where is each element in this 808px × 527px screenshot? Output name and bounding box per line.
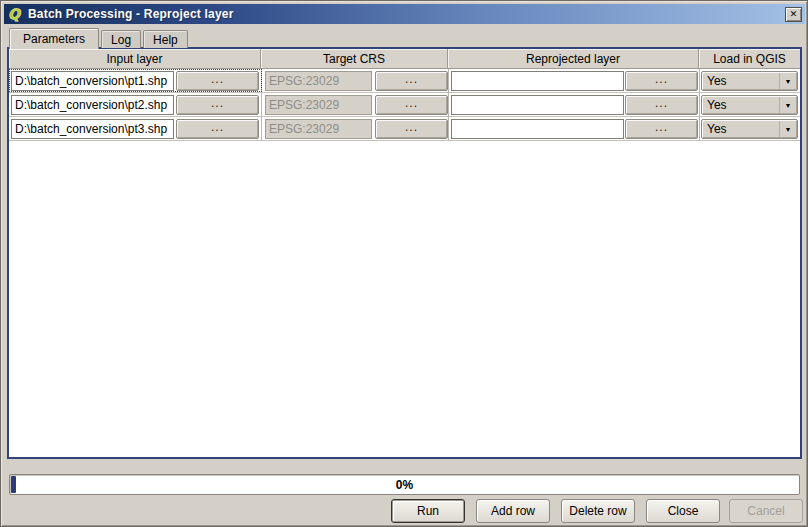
tab-log-label: Log [111,33,131,47]
input-layer-field-1[interactable] [11,71,174,91]
reprojected-layer-field-3[interactable] [451,119,624,139]
load-in-qgis-value-2: Yes [707,98,727,112]
reprojected-layer-browse-button-2[interactable]: ... [625,95,698,115]
progress-label: 0% [10,475,799,494]
cancel-button[interactable]: Cancel [729,499,803,523]
load-in-qgis-select-3[interactable]: Yes ▼ [701,119,798,139]
dialog-window: Q Batch Processing - Reproject layer ✕ P… [0,0,808,527]
titlebar: Q Batch Processing - Reproject layer ✕ [4,4,805,24]
close-button[interactable]: ✕ [785,7,802,22]
tab-log[interactable]: Log [101,30,141,48]
tab-help-label: Help [153,33,178,47]
table-rows: ... ... ... Yes ▼ ... ... ... Yes [9,69,800,141]
tab-parameters[interactable]: Parameters [9,28,99,49]
delete-row-button[interactable]: Delete row [561,499,635,523]
input-layer-field-3[interactable] [11,119,174,139]
add-row-button[interactable]: Add row [476,499,550,523]
chevron-down-icon: ▼ [779,73,796,89]
reprojected-layer-browse-button-1[interactable]: ... [625,71,698,91]
load-in-qgis-value-3: Yes [707,122,727,136]
load-in-qgis-select-1[interactable]: Yes ▼ [701,71,798,91]
input-layer-field-2[interactable] [11,95,174,115]
column-separator [261,69,262,141]
tab-help[interactable]: Help [143,30,188,48]
table-row: ... ... ... Yes ▼ [9,93,800,117]
column-header-input-layer: Input layer [9,49,261,69]
input-layer-browse-button-2[interactable]: ... [176,95,259,115]
close-dialog-button[interactable]: Close [646,499,720,523]
run-button[interactable]: Run [391,499,465,523]
load-in-qgis-value-1: Yes [707,74,727,88]
chevron-down-icon: ▼ [779,121,796,137]
window-title: Batch Processing - Reproject layer [28,7,234,21]
table-header-row: Input layer Target CRS Reprojected layer… [9,49,800,69]
chevron-down-icon: ▼ [779,97,796,113]
progress-bar: 0% [9,474,800,495]
load-in-qgis-select-2[interactable]: Yes ▼ [701,95,798,115]
column-separator [448,69,449,141]
target-crs-field-2[interactable] [265,95,372,115]
target-crs-browse-button-3[interactable]: ... [375,119,448,139]
target-crs-field-3[interactable] [265,119,372,139]
target-crs-field-1[interactable] [265,71,372,91]
target-crs-browse-button-2[interactable]: ... [375,95,448,115]
input-layer-browse-button-3[interactable]: ... [176,119,259,139]
table-row: ... ... ... Yes ▼ [9,117,800,141]
column-header-load-in-qgis: Load in QGIS [699,49,800,69]
reprojected-layer-field-2[interactable] [451,95,624,115]
column-separator [699,69,700,141]
target-crs-browse-button-1[interactable]: ... [375,71,448,91]
reprojected-layer-browse-button-3[interactable]: ... [625,119,698,139]
reprojected-layer-field-1[interactable] [451,71,624,91]
qgis-app-icon: Q [7,6,23,22]
column-header-target-crs: Target CRS [261,49,448,69]
svg-text:Q: Q [8,6,22,22]
tab-bar: Parameters Log Help [9,27,190,48]
batch-table: Input layer Target CRS Reprojected layer… [7,47,802,459]
table-row: ... ... ... Yes ▼ [9,69,800,93]
column-header-reprojected-layer: Reprojected layer [448,49,699,69]
input-layer-browse-button-1[interactable]: ... [176,71,259,91]
close-icon: ✕ [790,10,798,19]
tab-parameters-label: Parameters [23,32,85,46]
